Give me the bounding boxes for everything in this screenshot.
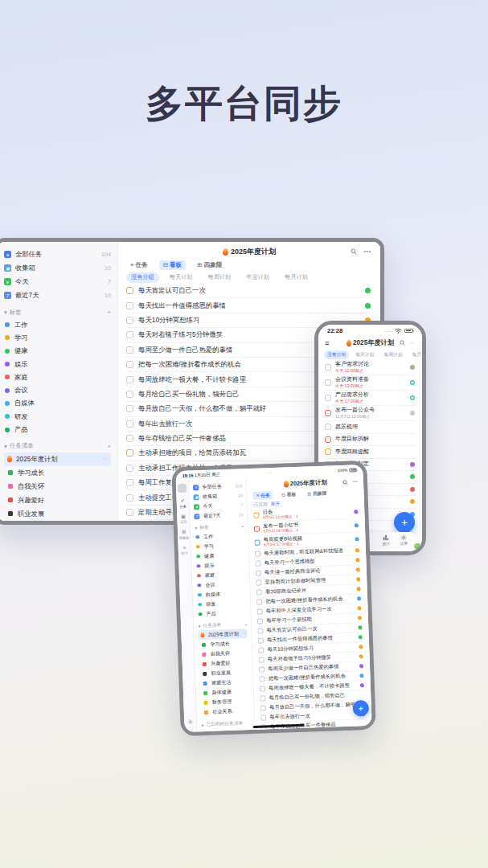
group-chip[interactable]: 年度计划 bbox=[241, 272, 274, 283]
sidebar-list-item[interactable]: 兴趣爱好 bbox=[4, 493, 111, 507]
view-tab[interactable]: ⊟看板 bbox=[278, 490, 300, 499]
task-checkbox[interactable] bbox=[260, 686, 265, 691]
sidebar-tag-item[interactable]: 工作 bbox=[4, 318, 111, 331]
task-row[interactable]: 愿景梳理 bbox=[325, 421, 416, 434]
task-checkbox[interactable] bbox=[254, 526, 260, 531]
more-icon[interactable]: ⋯ bbox=[410, 340, 416, 346]
sidebar-smart-item[interactable]: 7 最近7天 10 bbox=[195, 510, 244, 521]
task-checkbox[interactable] bbox=[259, 666, 265, 672]
group-chip[interactable]: 每月计划 bbox=[409, 350, 422, 359]
task-checkbox[interactable] bbox=[260, 695, 266, 701]
tags-section-header[interactable]: ▾ 标签 + bbox=[4, 306, 111, 318]
list-more-icon[interactable]: ⋯ bbox=[242, 631, 247, 636]
task-checkbox[interactable] bbox=[256, 599, 262, 604]
task-row[interactable]: 每天找出一件值得感恩的事情 bbox=[126, 298, 372, 313]
add-task-fab[interactable]: + bbox=[352, 700, 369, 717]
search-icon[interactable] bbox=[342, 479, 347, 485]
group-chip[interactable]: 没有分组 bbox=[126, 272, 159, 283]
sidebar-smart-item[interactable]: ≡ 全部任务 104 bbox=[4, 248, 111, 261]
add-list-button[interactable]: + bbox=[108, 443, 111, 450]
group-chip[interactable]: 每月计划 bbox=[280, 272, 313, 283]
task-checkbox[interactable] bbox=[259, 657, 265, 662]
task-checkbox[interactable] bbox=[126, 391, 133, 398]
task-checkbox[interactable] bbox=[325, 364, 331, 371]
sidebar-list-item[interactable]: 自我关怀 bbox=[4, 480, 111, 493]
view-tab[interactable]: ⊞四象限 bbox=[304, 489, 330, 497]
task-checkbox[interactable] bbox=[126, 420, 133, 428]
search-icon[interactable] bbox=[351, 248, 357, 255]
task-checkbox[interactable] bbox=[260, 705, 266, 710]
sidebar-tag-item[interactable]: 会议 bbox=[4, 383, 111, 396]
group-chip[interactable]: 每周计划 bbox=[380, 350, 405, 359]
archived-lists-row[interactable]: ▸ 已归档的任务清单 bbox=[202, 719, 251, 730]
view-tab[interactable]: ≡任务 bbox=[253, 491, 273, 500]
task-checkbox[interactable] bbox=[126, 361, 133, 368]
task-checkbox[interactable] bbox=[325, 448, 331, 455]
view-tab[interactable]: ≡任务 bbox=[126, 260, 152, 270]
rail-nav-item[interactable]: ⊞ 四象限 bbox=[178, 530, 189, 540]
sidebar-smart-item[interactable]: 7 最近7天 10 bbox=[4, 289, 111, 302]
more-icon[interactable]: ⋯ bbox=[363, 248, 371, 256]
add-task-fab[interactable]: + bbox=[394, 512, 415, 533]
sidebar-tag-item[interactable]: 研发 bbox=[4, 410, 111, 423]
task-row[interactable]: 发布一篇公众号 11月7日 12:00截止 bbox=[325, 406, 416, 421]
rail-nav-item[interactable]: ≡ 统计 bbox=[181, 545, 188, 555]
sidebar-list-item[interactable]: 学习成长 bbox=[4, 466, 111, 480]
task-row[interactable]: 季度回顾提醒 bbox=[325, 446, 416, 459]
task-checkbox[interactable] bbox=[258, 637, 264, 643]
add-tag-button[interactable]: + bbox=[241, 524, 244, 529]
sidebar-list-item[interactable]: 社会关系 bbox=[201, 706, 250, 717]
task-checkbox[interactable] bbox=[256, 561, 261, 567]
sidebar-list-item[interactable]: 2025年度计划 ⋯ bbox=[4, 452, 111, 466]
task-checkbox[interactable] bbox=[254, 512, 260, 518]
task-checkbox[interactable] bbox=[325, 379, 331, 386]
sidebar-tag-item[interactable]: 娱乐 bbox=[4, 358, 111, 371]
task-checkbox[interactable] bbox=[126, 465, 133, 472]
search-icon[interactable] bbox=[400, 340, 405, 346]
more-icon[interactable]: ⋯ bbox=[352, 478, 358, 485]
group-chip[interactable]: 每周计划 bbox=[203, 272, 236, 283]
task-checkbox[interactable] bbox=[255, 539, 260, 545]
add-list-button[interactable]: + bbox=[244, 622, 248, 627]
expand-link[interactable]: 展开 bbox=[270, 500, 280, 507]
task-checkbox[interactable] bbox=[126, 331, 133, 338]
task-row[interactable]: 客户需求讨论 今天 12:00截止 bbox=[325, 360, 416, 375]
group-chip[interactable]: 每天计划 bbox=[352, 350, 377, 359]
task-checkbox[interactable] bbox=[126, 479, 133, 486]
task-checkbox[interactable] bbox=[325, 395, 331, 401]
task-checkbox[interactable] bbox=[126, 405, 133, 412]
sidebar-tag-item[interactable]: 学习 bbox=[4, 331, 111, 344]
task-checkbox[interactable] bbox=[126, 376, 133, 383]
task-checkbox[interactable] bbox=[325, 410, 331, 416]
add-tag-button[interactable]: + bbox=[108, 309, 111, 316]
stats-tab[interactable]: 统计 bbox=[383, 534, 390, 546]
view-tab[interactable]: ⊟看板 bbox=[159, 260, 187, 270]
task-checkbox[interactable] bbox=[126, 302, 133, 309]
sidebar-tag-item[interactable]: 产品 bbox=[198, 608, 247, 619]
task-checkbox[interactable] bbox=[257, 618, 263, 624]
task-checkbox[interactable] bbox=[257, 608, 263, 614]
task-checkbox[interactable] bbox=[126, 317, 133, 324]
task-checkbox[interactable] bbox=[256, 590, 262, 596]
task-checkbox[interactable] bbox=[256, 580, 262, 586]
sidebar-tag-item[interactable]: 健康 bbox=[4, 345, 111, 358]
task-row[interactable]: 每天肯定认可自己一次 bbox=[126, 284, 372, 298]
task-checkbox[interactable] bbox=[258, 628, 264, 633]
task-row[interactable]: 会议资料准备 今天 13:00截止 bbox=[325, 375, 416, 391]
task-checkbox[interactable] bbox=[255, 551, 260, 557]
task-row[interactable]: 年度目标拆解 bbox=[325, 434, 416, 447]
task-checkbox[interactable] bbox=[126, 509, 133, 516]
task-checkbox[interactable] bbox=[325, 424, 331, 430]
task-checkbox[interactable] bbox=[256, 571, 261, 576]
sidebar-tag-item[interactable]: 自媒体 bbox=[4, 397, 111, 410]
sidebar-smart-item[interactable]: ▣ 收集箱 10 bbox=[4, 261, 111, 275]
avatar[interactable] bbox=[178, 484, 187, 493]
task-checkbox[interactable] bbox=[126, 287, 133, 294]
task-row[interactable]: 产品需求分析 今天 17:00截止 bbox=[325, 391, 416, 406]
task-checkbox[interactable] bbox=[126, 494, 133, 502]
view-tab[interactable]: ⊞四象限 bbox=[193, 260, 226, 270]
sidebar-tag-item[interactable]: 产品 bbox=[4, 423, 111, 436]
rail-nav-item[interactable]: ✓ 任务 bbox=[179, 498, 187, 509]
rail-nav-item[interactable]: ▣ 日历 bbox=[180, 514, 187, 524]
settings-tab[interactable]: 设置 bbox=[400, 534, 408, 546]
